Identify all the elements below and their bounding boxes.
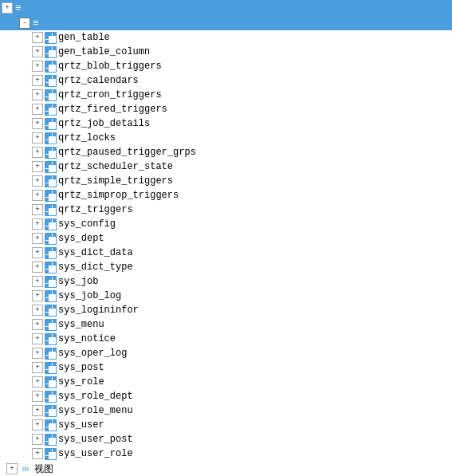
category-expand-icon[interactable]: + (6, 463, 18, 474)
table-row[interactable]: +sys_user (0, 418, 452, 432)
table-row[interactable]: +sys_config (0, 217, 452, 231)
table-expand-icon[interactable]: + (32, 104, 43, 115)
table-name-label: sys_config (58, 218, 116, 230)
table-expand-icon[interactable]: + (32, 262, 43, 273)
table-name-label: sys_user_role (58, 448, 133, 459)
table-expand-icon[interactable]: + (32, 319, 43, 330)
tables-icon: ≡ (33, 18, 39, 30)
table-row[interactable]: +sys_role_dept (0, 389, 452, 403)
table-name-label: sys_dept (58, 233, 104, 244)
table-grid-icon (45, 89, 56, 100)
table-expand-icon[interactable]: + (32, 419, 43, 431)
table-name-label: qrtz_simprop_triggers (58, 190, 179, 201)
table-grid-icon (45, 405, 56, 416)
table-expand-icon[interactable]: + (32, 161, 43, 172)
table-name-label: gen_table (58, 32, 110, 43)
db-icon: ≡ (15, 2, 22, 14)
table-expand-icon[interactable]: + (32, 233, 43, 244)
table-row[interactable]: +qrtz_simprop_triggers (0, 188, 452, 203)
table-name-label: qrtz_paused_trigger_grps (58, 147, 196, 158)
table-row[interactable]: +qrtz_paused_trigger_grps (0, 145, 452, 159)
table-name-label: sys_role (58, 376, 104, 387)
table-grid-icon (45, 104, 56, 115)
table-row[interactable]: +qrtz_fired_triggers (0, 102, 452, 116)
table-grid-icon (45, 218, 56, 230)
tables-expand-icon[interactable]: - (19, 18, 30, 29)
table-row[interactable]: +qrtz_triggers (0, 203, 452, 217)
table-expand-icon[interactable]: + (32, 362, 43, 373)
tables-header[interactable]: - ≡ (0, 16, 452, 30)
table-grid-icon (45, 290, 56, 301)
table-row[interactable]: +sys_dict_data (0, 246, 452, 260)
table-row[interactable]: +qrtz_calendars (0, 73, 452, 88)
table-row[interactable]: +qrtz_blob_triggers (0, 59, 452, 73)
table-name-label: qrtz_cron_triggers (58, 89, 162, 100)
table-expand-icon[interactable]: + (32, 434, 43, 445)
table-grid-icon (45, 233, 56, 244)
table-grid-icon (45, 175, 56, 187)
table-row[interactable]: +sys_role (0, 375, 452, 389)
table-expand-icon[interactable]: + (32, 405, 43, 416)
table-expand-icon[interactable]: + (32, 190, 43, 201)
table-grid-icon (45, 204, 56, 215)
table-expand-icon[interactable]: + (32, 333, 43, 344)
table-name-label: qrtz_locks (58, 132, 116, 144)
table-grid-icon (45, 376, 56, 387)
table-row[interactable]: +sys_job_log (0, 289, 452, 303)
table-grid-icon (45, 247, 56, 258)
table-expand-icon[interactable]: + (32, 132, 43, 144)
table-expand-icon[interactable]: + (32, 290, 43, 301)
table-expand-icon[interactable]: + (32, 61, 43, 72)
table-expand-icon[interactable]: + (32, 147, 43, 158)
table-expand-icon[interactable]: + (32, 376, 43, 387)
table-name-label: sys_role_menu (58, 405, 133, 416)
table-name-label: sys_dict_type (58, 262, 133, 273)
category-label: 视图 (34, 462, 53, 476)
table-name-label: sys_user (58, 419, 104, 431)
table-expand-icon[interactable]: + (32, 32, 43, 43)
table-row[interactable]: +gen_table_column (0, 45, 452, 59)
table-grid-icon (45, 333, 56, 344)
table-row[interactable]: +qrtz_job_details (0, 116, 452, 131)
table-expand-icon[interactable]: + (32, 448, 43, 459)
table-expand-icon[interactable]: + (32, 118, 43, 129)
table-row[interactable]: +qrtz_locks (0, 131, 452, 145)
table-expand-icon[interactable]: + (32, 391, 43, 402)
table-name-label: sys_menu (58, 319, 104, 330)
table-name-label: qrtz_blob_triggers (58, 61, 162, 72)
table-row[interactable]: +qrtz_simple_triggers (0, 174, 452, 188)
table-expand-icon[interactable]: + (32, 204, 43, 215)
table-row[interactable]: +qrtz_scheduler_state (0, 159, 452, 174)
table-name-label: qrtz_simple_triggers (58, 175, 173, 187)
table-expand-icon[interactable]: + (32, 46, 43, 57)
table-row[interactable]: +sys_post (0, 360, 452, 375)
table-row[interactable]: +sys_dept (0, 231, 452, 246)
table-expand-icon[interactable]: + (32, 348, 43, 359)
table-grid-icon (45, 118, 56, 129)
table-expand-icon[interactable]: + (32, 276, 43, 287)
table-row[interactable]: +sys_user_post (0, 432, 452, 446)
db-header[interactable]: + ≡ (0, 0, 452, 16)
table-expand-icon[interactable]: + (32, 175, 43, 187)
table-row[interactable]: +sys_oper_log (0, 346, 452, 360)
table-row[interactable]: +sys_role_menu (0, 403, 452, 418)
table-row[interactable]: +sys_dict_type (0, 260, 452, 274)
table-row[interactable]: +sys_logininfor (0, 303, 452, 317)
table-row[interactable]: +sys_menu (0, 317, 452, 332)
table-expand-icon[interactable]: + (32, 218, 43, 230)
table-expand-icon[interactable]: + (32, 89, 43, 100)
table-row[interactable]: +gen_table (0, 30, 452, 45)
table-grid-icon (45, 147, 56, 158)
category-icon: ∞ (19, 462, 32, 475)
table-row[interactable]: +qrtz_cron_triggers (0, 88, 452, 102)
category-row[interactable]: +∞视图 (0, 461, 452, 476)
table-expand-icon[interactable]: + (32, 75, 43, 86)
table-row[interactable]: +sys_notice (0, 332, 452, 346)
table-grid-icon (45, 319, 56, 330)
table-row[interactable]: +sys_user_role (0, 446, 452, 461)
table-grid-icon (45, 46, 56, 57)
table-row[interactable]: +sys_job (0, 274, 452, 289)
table-expand-icon[interactable]: + (32, 247, 43, 258)
db-expand-icon[interactable]: + (2, 2, 13, 14)
table-expand-icon[interactable]: + (32, 305, 43, 316)
